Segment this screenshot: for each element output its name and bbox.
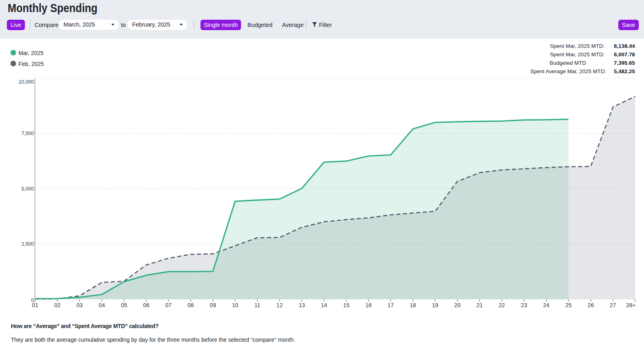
svg-text:13: 13 <box>298 302 305 308</box>
svg-text:28+: 28+ <box>626 302 636 308</box>
svg-text:04: 04 <box>99 302 105 308</box>
svg-text:01: 01 <box>32 302 39 308</box>
svg-text:18: 18 <box>410 302 416 308</box>
svg-text:08: 08 <box>188 302 194 308</box>
svg-text:16: 16 <box>365 302 372 308</box>
svg-text:7,500: 7,500 <box>21 131 34 136</box>
svg-text:03: 03 <box>76 302 83 308</box>
svg-text:27: 27 <box>610 302 616 308</box>
svg-text:19: 19 <box>432 302 438 308</box>
svg-text:14: 14 <box>321 302 327 308</box>
svg-text:12: 12 <box>276 302 283 308</box>
svg-text:07: 07 <box>166 302 172 308</box>
svg-text:17: 17 <box>388 302 394 308</box>
svg-text:26: 26 <box>588 302 594 308</box>
svg-text:11: 11 <box>254 302 260 308</box>
svg-text:20: 20 <box>454 302 461 308</box>
svg-text:02: 02 <box>54 302 61 308</box>
svg-text:5,000: 5,000 <box>21 186 34 192</box>
svg-text:24: 24 <box>543 302 550 308</box>
svg-text:06: 06 <box>143 302 149 308</box>
svg-text:10: 10 <box>232 302 239 308</box>
svg-text:22: 22 <box>499 302 505 308</box>
svg-text:05: 05 <box>121 302 127 308</box>
svg-text:15: 15 <box>343 302 350 308</box>
svg-text:10,000: 10,000 <box>18 79 34 85</box>
svg-text:23: 23 <box>521 302 527 308</box>
svg-text:25: 25 <box>565 302 572 308</box>
svg-text:2,500: 2,500 <box>21 241 34 247</box>
svg-text:21: 21 <box>476 302 483 308</box>
svg-text:09: 09 <box>210 302 216 308</box>
